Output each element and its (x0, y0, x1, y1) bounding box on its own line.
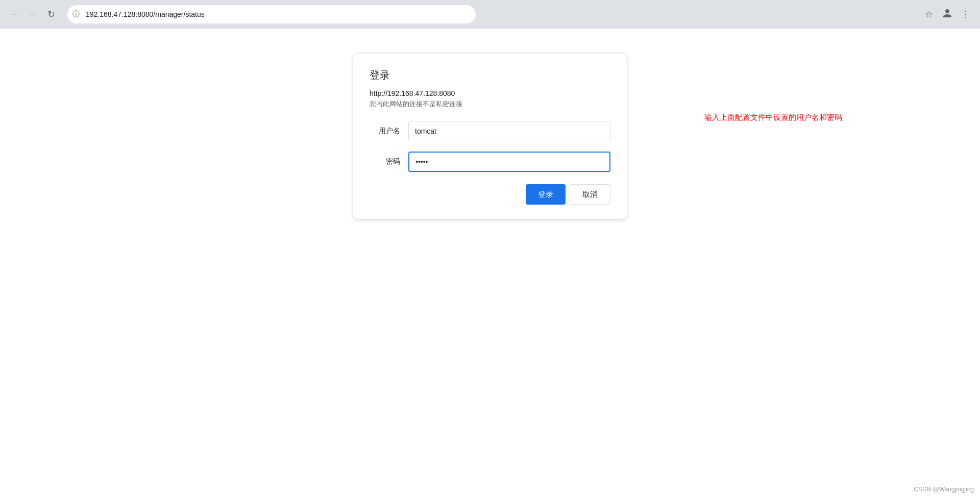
annotation-text: 输入上面配置文件中设置的用户名和密码 (704, 113, 842, 122)
info-icon: ⓘ (72, 10, 80, 19)
back-button[interactable]: ← (6, 6, 22, 22)
account-button[interactable] (939, 6, 955, 22)
page-content: 登录 http://192.168.47.128:8080 您与此网站的连接不是… (0, 29, 980, 499)
browser-actions: ☆ ⋮ (921, 6, 974, 22)
dialog-url: http://192.168.47.128:8080 (370, 89, 610, 97)
address-bar-wrapper: ⓘ (67, 5, 476, 23)
address-bar-container: ⓘ (67, 5, 476, 23)
menu-button[interactable]: ⋮ (958, 6, 974, 22)
password-label: 密码 (370, 157, 400, 166)
forward-button[interactable]: → (24, 6, 41, 22)
dialog-footer: 登录 取消 (370, 184, 610, 205)
login-button[interactable]: 登录 (526, 184, 566, 205)
bookmark-button[interactable]: ☆ (921, 6, 937, 22)
username-label: 用户名 (370, 127, 400, 136)
back-icon: ← (10, 9, 19, 20)
menu-icon: ⋮ (961, 9, 970, 20)
browser-chrome: ← → ↻ ⓘ ☆ ⋮ (0, 0, 980, 29)
star-icon: ☆ (925, 9, 933, 20)
watermark: CSDN @Wangjingjing (914, 486, 974, 493)
forward-icon: → (28, 9, 37, 20)
dialog-title: 登录 (370, 68, 610, 82)
password-row: 密码 (370, 152, 610, 172)
cancel-button[interactable]: 取消 (570, 184, 610, 205)
dialog-subtitle: 您与此网站的连接不是私密连接 (370, 99, 610, 109)
username-row: 用户名 (370, 121, 610, 141)
account-icon (942, 8, 952, 21)
username-input[interactable] (408, 121, 610, 141)
nav-buttons: ← → ↻ (6, 6, 59, 22)
reload-button[interactable]: ↻ (43, 6, 59, 22)
auth-dialog: 登录 http://192.168.47.128:8080 您与此网站的连接不是… (353, 54, 627, 219)
address-bar[interactable] (67, 5, 476, 23)
password-input[interactable] (408, 152, 610, 172)
reload-icon: ↻ (47, 9, 55, 20)
